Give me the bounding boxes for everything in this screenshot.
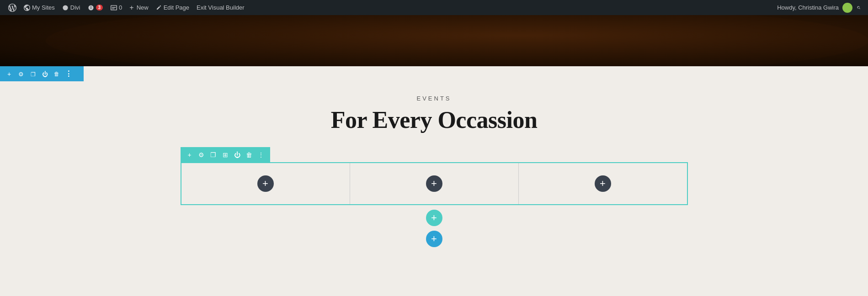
wp-logo-icon	[8, 4, 16, 12]
section-settings-button[interactable]	[16, 69, 27, 79]
howdy-text: Howdy, Christina Gwira	[777, 4, 839, 11]
section-add-button[interactable]	[4, 69, 15, 79]
search-icon	[857, 5, 861, 11]
add-section-blue-container: +	[181, 231, 688, 247]
events-heading: For Every Occassion	[0, 106, 868, 133]
exit-builder-label: Exit Visual Builder	[197, 4, 245, 11]
trash-icon: 🗑	[246, 151, 252, 159]
column-3: +	[519, 163, 687, 204]
my-sites-button[interactable]: My Sites	[20, 0, 59, 15]
add-row-teal-button[interactable]: +	[426, 210, 442, 226]
avatar	[842, 3, 852, 13]
row-add-button[interactable]: +	[184, 149, 195, 160]
gear-icon	[18, 70, 24, 78]
row-inner: + + +	[181, 162, 688, 205]
edit-icon	[156, 5, 162, 11]
section-copy-button[interactable]	[27, 69, 38, 79]
events-label: EVENTS	[0, 95, 868, 102]
admin-bar-right: Howdy, Christina Gwira	[777, 3, 863, 13]
row-settings-button[interactable]: ⚙	[196, 149, 207, 160]
row-copy-button[interactable]: ❐	[208, 149, 219, 160]
updates-badge: 3	[96, 5, 103, 11]
power-icon	[42, 70, 48, 78]
row-grid-button[interactable]: ⊞	[220, 149, 231, 160]
svg-point-0	[63, 5, 68, 10]
content-area: EVENTS For Every Occassion + ⚙ ❐ ⊞ ⏻ 🗑	[0, 81, 868, 275]
admin-bar: My Sites Divi 3 0 + New Edit Page Exit V…	[0, 0, 868, 15]
my-sites-icon	[24, 5, 30, 11]
copy-icon: ❐	[210, 151, 216, 159]
updates-icon	[88, 5, 94, 11]
search-button[interactable]	[854, 3, 863, 12]
add-module-col1-button[interactable]: +	[257, 175, 274, 192]
row-power-button[interactable]: ⏻	[232, 149, 243, 160]
divi-button[interactable]: Divi	[59, 0, 84, 15]
more-icon: ⋮	[258, 151, 264, 159]
comments-count: 0	[119, 4, 122, 11]
divi-label: Divi	[70, 4, 80, 11]
grid-icon: ⊞	[223, 151, 228, 159]
row-container: + ⚙ ❐ ⊞ ⏻ 🗑 ⋮ +	[181, 147, 688, 247]
my-sites-label: My Sites	[32, 4, 55, 11]
copy-icon	[31, 70, 36, 78]
more-icon	[65, 69, 72, 78]
plus-icon	[7, 70, 11, 78]
hero-image	[0, 15, 868, 66]
row-trash-button[interactable]: 🗑	[244, 149, 255, 160]
add-module-col3-button[interactable]: +	[595, 175, 611, 192]
section-trash-button[interactable]: 🗑	[51, 69, 62, 79]
column-1: +	[181, 163, 350, 204]
add-row-teal-container: +	[181, 210, 688, 226]
hero-overlay	[0, 15, 868, 66]
section-toolbar: 🗑	[0, 66, 84, 81]
add-section-blue-button[interactable]: +	[426, 231, 442, 247]
add-module-col2-button[interactable]: +	[426, 175, 442, 192]
new-plus-icon: +	[129, 4, 133, 12]
new-button[interactable]: + New	[126, 0, 152, 15]
section-more-button[interactable]	[63, 69, 74, 79]
new-label: New	[137, 4, 149, 11]
updates-button[interactable]: 3	[84, 0, 107, 15]
divi-icon	[62, 5, 69, 11]
section-power-button[interactable]	[39, 69, 50, 79]
edit-page-label: Edit Page	[164, 4, 189, 11]
column-2: +	[350, 163, 519, 204]
comments-icon	[110, 5, 117, 11]
row-toolbar: + ⚙ ❐ ⊞ ⏻ 🗑 ⋮	[181, 147, 270, 162]
power-icon: ⏻	[234, 151, 240, 159]
plus-icon: +	[187, 151, 191, 159]
exit-builder-button[interactable]: Exit Visual Builder	[193, 0, 248, 15]
trash-icon: 🗑	[54, 71, 59, 77]
wp-logo-button[interactable]	[5, 0, 20, 15]
gear-icon: ⚙	[198, 151, 204, 159]
comments-button[interactable]: 0	[107, 0, 126, 15]
edit-page-button[interactable]: Edit Page	[152, 0, 193, 15]
row-more-button[interactable]: ⋮	[256, 149, 266, 160]
